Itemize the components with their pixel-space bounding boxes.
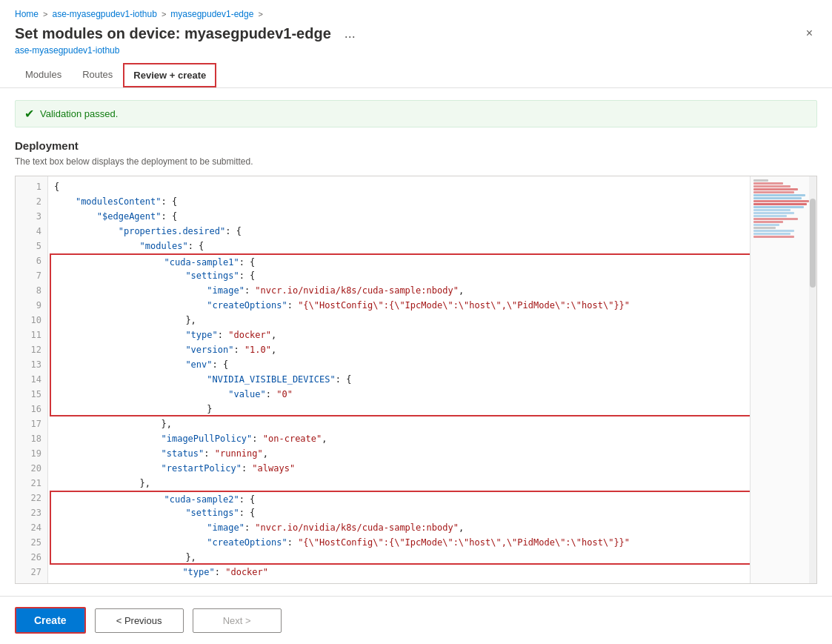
line-num-25: 25 [16,535,47,550]
minimap-line [753,185,791,187]
code-line-4: "properties.desired": { [48,224,750,239]
line-num-1: 1 [16,179,47,194]
line-num-15: 15 [16,387,47,402]
code-line-26: }, [50,550,750,565]
minimap-line [753,224,779,226]
code-line-27: "type": "docker" [48,565,750,580]
tab-review-create[interactable]: Review + create [123,63,216,87]
line-num-21: 21 [16,476,47,491]
code-line-24: "image": "nvcr.io/nvidia/k8s/cuda-sample… [50,520,750,535]
minimap-content [751,176,809,242]
tabs: Modules Routes Review + create [15,63,817,87]
code-line-7: "settings": { [50,268,750,283]
scrollbar-thumb[interactable] [810,199,816,288]
line-num-4: 4 [16,224,47,239]
line-num-7: 7 [16,268,47,283]
line-num-22: 22 [16,491,47,505]
breadcrumb-sep-2: > [162,10,166,19]
minimap-line [753,218,798,220]
tab-routes[interactable]: Routes [72,63,123,87]
validation-bar: ✔ Validation passed. [15,100,817,127]
minimap-line [753,194,805,196]
bottom-bar: Create < Previous Next > [0,596,832,644]
minimap-line [753,236,794,238]
code-line-6: "cuda-sample1": { [50,253,750,268]
line-num-17: 17 [16,416,47,431]
breadcrumb-home[interactable]: Home [15,9,39,19]
code-line-1: { [48,179,750,194]
minimap-line [753,203,807,205]
code-line-11: "type": "docker", [50,328,750,342]
page-title: Set modules on device: myasegpudev1-edge [15,25,331,42]
minimap-line [753,209,791,211]
line-num-14: 14 [16,372,47,387]
minimap-line [753,191,794,193]
code-line-13: "env": { [50,357,750,372]
line-num-20: 20 [16,461,47,476]
breadcrumb-iothub[interactable]: ase-myasegpudev1-iothub [52,9,156,19]
line-num-6: 6 [16,253,47,268]
breadcrumb: Home > ase-myasegpudev1-iothub > myasegp… [15,9,817,19]
deployment-title: Deployment [15,139,817,152]
previous-button[interactable]: < Previous [95,608,184,633]
next-button[interactable]: Next > [193,608,282,633]
line-num-27: 27 [16,565,47,580]
code-line-25: "createOptions": "{\"HostConfig\":{\"Ipc… [50,535,750,550]
line-num-24: 24 [16,520,47,535]
deployment-description: The text box below displays the deployme… [15,156,817,167]
line-numbers: 1 2 3 4 5 6 7 8 9 10 11 12 13 14 15 16 1… [16,176,48,583]
breadcrumb-edge[interactable]: myasegpudev1-edge [170,9,253,19]
minimap-line [753,197,802,199]
code-line-5: "modules": { [48,239,750,253]
code-line-19: "status": "running", [48,446,750,461]
close-button[interactable]: × [802,25,817,42]
line-num-26: 26 [16,550,47,565]
code-line-12: "version": "1.0", [50,342,750,357]
code-line-22: "cuda-sample2": { [50,491,750,505]
tab-modules[interactable]: Modules [15,63,72,87]
top-bar: Home > ase-myasegpudev1-iothub > myasegp… [0,0,832,88]
code-line-20: "restartPolicy": "always" [48,461,750,476]
breadcrumb-sep-3: > [258,10,262,19]
minimap-line [753,230,794,232]
line-num-18: 18 [16,431,47,446]
code-line-9: "createOptions": "{\"HostConfig\":{\"Ipc… [50,298,750,313]
minimap-line [753,206,804,208]
line-num-2: 2 [16,194,47,209]
line-num-16: 16 [16,402,47,416]
minimap-line [753,215,787,217]
more-options-button[interactable]: ... [345,26,356,42]
breadcrumb-sep-1: > [43,10,47,19]
minimap-line [753,188,798,190]
scrollbar[interactable] [809,176,816,583]
code-container[interactable]: 1 2 3 4 5 6 7 8 9 10 11 12 13 14 15 16 1… [15,176,817,584]
code-line-15: "value": "0" [50,387,750,402]
create-button[interactable]: Create [15,607,86,634]
code-line-17: }, [48,416,750,431]
code-line-18: "imagePullPolicy": "on-create", [48,431,750,446]
code-line-21: }, [48,476,750,491]
line-num-12: 12 [16,342,47,357]
line-num-9: 9 [16,298,47,313]
code-line-2: "modulesContent": { [48,194,750,209]
line-num-19: 19 [16,446,47,461]
line-num-23: 23 [16,505,47,520]
code-line-16: } [50,402,750,416]
code-line-23: "settings": { [50,505,750,520]
line-num-8: 8 [16,283,47,298]
line-num-11: 11 [16,328,47,342]
minimap-line [753,221,783,223]
main-content: ✔ Validation passed. Deployment The text… [0,88,832,596]
code-line-8: "image": "nvcr.io/nvidia/k8s/cuda-sample… [50,283,750,298]
minimap-line [753,200,809,202]
code-line-3: "$edgeAgent": { [48,209,750,224]
line-num-13: 13 [16,357,47,372]
minimap-line [753,233,791,235]
validation-icon: ✔ [24,107,34,121]
page-header: Set modules on device: myasegpudev1-edge… [15,25,817,42]
code-line-10: }, [50,313,750,328]
minimap-line [753,212,794,214]
line-num-10: 10 [16,313,47,328]
code-line-14: "NVIDIA_VISIBLE_DEVICES": { [50,372,750,387]
validation-text: Validation passed. [40,108,118,119]
